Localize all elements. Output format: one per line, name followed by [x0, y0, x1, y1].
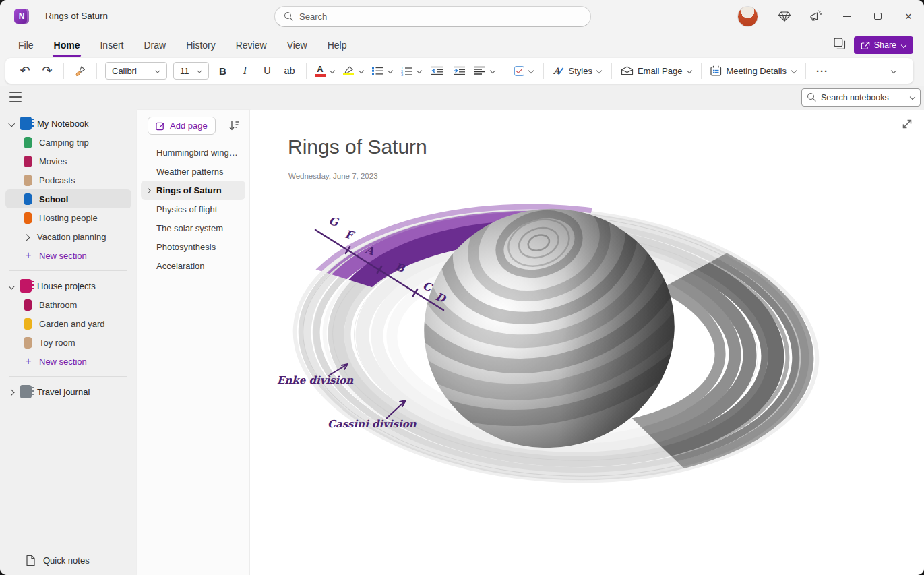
- chevron-down-icon: [388, 68, 394, 74]
- global-search-input[interactable]: [299, 11, 581, 22]
- search-icon: [284, 12, 293, 21]
- strikethrough-button[interactable]: ab: [280, 61, 300, 81]
- global-search-box[interactable]: [274, 6, 591, 27]
- italic-button[interactable]: I: [235, 61, 255, 81]
- chevron-right-icon: [8, 388, 15, 395]
- menu-file[interactable]: File: [18, 40, 34, 51]
- chevron-down-icon: [8, 282, 15, 289]
- align-icon: [474, 66, 486, 75]
- section-movies[interactable]: Movies: [5, 152, 131, 171]
- page-item[interactable]: Physics of flight: [141, 200, 245, 218]
- increase-indent-button[interactable]: [450, 61, 470, 81]
- divider: [9, 270, 127, 271]
- svg-text:A: A: [363, 243, 376, 258]
- page-item[interactable]: The solar system: [141, 218, 245, 237]
- section-podcasts[interactable]: Podcasts: [5, 171, 131, 189]
- ring-g-arc: [280, 189, 832, 501]
- menu-review[interactable]: Review: [236, 40, 267, 51]
- svg-text:3: 3: [401, 73, 403, 76]
- section-tab-icon: [24, 175, 32, 186]
- todo-tag-button[interactable]: [512, 61, 537, 81]
- account-avatar[interactable]: [737, 6, 758, 27]
- page-title[interactable]: Rings of Saturn: [288, 135, 427, 158]
- compose-icon: [156, 121, 165, 131]
- ribbon-toolbar: ↶ ↷ Cailbri 11 B I U ab A: [5, 58, 913, 84]
- new-section-button[interactable]: + New section: [5, 246, 131, 265]
- quick-notes-button[interactable]: Quick notes: [0, 545, 137, 575]
- font-name-dropdown[interactable]: Cailbri: [105, 62, 167, 80]
- page-item[interactable]: Accelaration: [141, 256, 245, 275]
- font-size-dropdown[interactable]: 11: [173, 62, 209, 80]
- new-section-button[interactable]: + New section: [5, 352, 131, 371]
- divider: [9, 376, 127, 377]
- page-item[interactable]: Hummingbird wing…: [141, 143, 245, 162]
- open-copies-icon[interactable]: [834, 38, 846, 53]
- section-camping-trip[interactable]: Camping trip: [5, 133, 131, 152]
- search-notebooks-input[interactable]: [821, 93, 905, 102]
- page-item[interactable]: Photosynthesis: [141, 237, 245, 256]
- font-color-button[interactable]: A: [313, 61, 338, 81]
- sort-pages-icon[interactable]: [228, 120, 240, 131]
- premium-diamond-icon[interactable]: [769, 0, 800, 32]
- menu-insert[interactable]: Insert: [100, 40, 123, 51]
- outdent-icon: [431, 66, 443, 75]
- section-tab-icon: [24, 299, 32, 311]
- highlight-button[interactable]: [340, 61, 367, 81]
- section-toy-room[interactable]: Toy room: [5, 333, 131, 352]
- numbering-button[interactable]: 123: [398, 61, 425, 81]
- notebook-travel-journal[interactable]: Travel journal: [0, 382, 137, 401]
- chevron-right-icon: [24, 233, 30, 240]
- alignment-button[interactable]: [472, 61, 499, 81]
- page-canvas[interactable]: Rings of Saturn Wednesday, June 7, 2023: [250, 110, 924, 575]
- add-page-button[interactable]: Add page: [148, 117, 216, 135]
- hamburger-menu-icon[interactable]: [9, 92, 22, 102]
- styles-button[interactable]: A Styles: [550, 61, 605, 81]
- feedback-megaphone-icon[interactable]: [800, 0, 831, 32]
- menu-help[interactable]: Help: [328, 40, 347, 51]
- meeting-details-button[interactable]: Meeting Details: [708, 61, 799, 81]
- menu-history[interactable]: History: [186, 40, 216, 51]
- indent-icon: [454, 66, 466, 75]
- notebook-my-notebook[interactable]: My Notebook: [0, 114, 137, 133]
- search-notebooks-box[interactable]: [801, 88, 921, 107]
- expand-page-icon[interactable]: [900, 117, 915, 131]
- notebook-icon: [20, 279, 32, 293]
- section-hosting-people[interactable]: Hosting people: [5, 208, 131, 227]
- redo-button[interactable]: ↷: [37, 61, 57, 81]
- section-garden-and-yard[interactable]: Garden and yard: [5, 314, 131, 333]
- chevron-down-icon: [359, 68, 365, 74]
- ring-a-arc: [304, 203, 808, 487]
- format-painter-button[interactable]: [70, 61, 90, 81]
- more-commands-button[interactable]: ···: [812, 61, 832, 81]
- cassini-arrow: [386, 400, 406, 419]
- note-page-icon: [26, 555, 36, 566]
- section-bathroom[interactable]: Bathroom: [5, 295, 131, 314]
- section-group-vacation-planning[interactable]: Vacation planning: [5, 227, 131, 246]
- bullets-button[interactable]: [369, 61, 396, 81]
- calendar-icon: [710, 65, 722, 76]
- enke-division-label: Enke division: [277, 374, 354, 386]
- page-item-current[interactable]: Rings of Saturn: [141, 181, 245, 200]
- decrease-indent-button[interactable]: [427, 61, 448, 81]
- chevron-down-icon: [196, 68, 202, 73]
- undo-button[interactable]: ↶: [15, 61, 35, 81]
- section-school[interactable]: School: [5, 189, 131, 208]
- ribbon-collapse-button[interactable]: [884, 61, 904, 81]
- bold-button[interactable]: B: [213, 61, 233, 81]
- svg-text:D: D: [434, 290, 449, 306]
- chevron-down-icon: [596, 68, 603, 74]
- share-button[interactable]: Share: [854, 36, 913, 54]
- email-page-button[interactable]: Email Page: [618, 61, 695, 81]
- chevron-down-icon: [891, 68, 897, 74]
- page-item[interactable]: Weather patterns: [141, 162, 245, 181]
- close-button[interactable]: ✕: [893, 0, 924, 32]
- underline-button[interactable]: U: [257, 61, 278, 81]
- notebook-house-projects[interactable]: House projects: [0, 276, 137, 295]
- menu-draw[interactable]: Draw: [144, 40, 166, 51]
- minimize-button[interactable]: [831, 0, 862, 32]
- maximize-button[interactable]: [862, 0, 893, 32]
- window-title: Rings of Saturn: [45, 11, 108, 21]
- onenote-app-icon[interactable]: N: [14, 9, 29, 24]
- menu-view[interactable]: View: [287, 40, 307, 51]
- menu-home[interactable]: Home: [54, 40, 80, 51]
